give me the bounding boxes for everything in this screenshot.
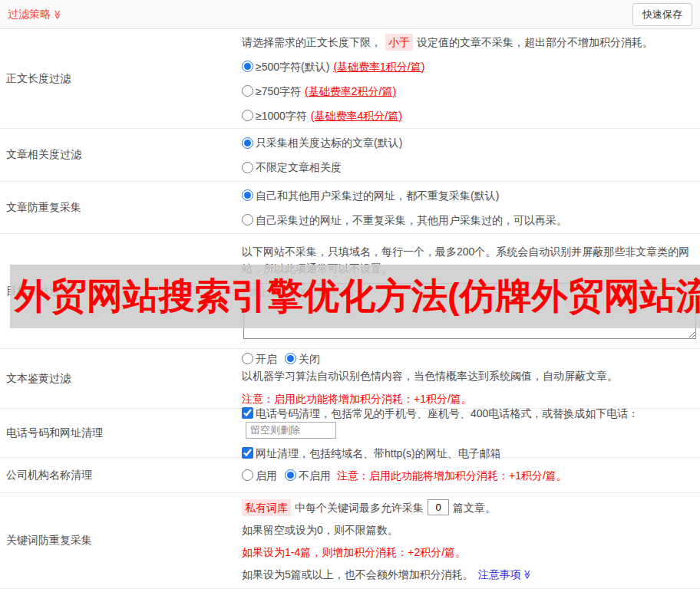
- radio-dedup-all-label: 自己和其他用户采集过的网址，都不重复采集(默认): [256, 187, 499, 204]
- option-row: 自己采集过的网址，不重复采集，其他用户采集过的，可以再采。: [242, 212, 694, 229]
- radio-dedup-all[interactable]: 自己和其他用户采集过的网址，都不重复采集(默认): [242, 187, 499, 204]
- quick-save-button[interactable]: 快速保存: [632, 3, 692, 26]
- option-row: ≥1000字符 (基础费率4积分/篇): [242, 107, 694, 124]
- radio-option-750[interactable]: ≥750字符: [242, 83, 301, 100]
- chevron-down-icon: ≫: [523, 569, 532, 579]
- row-dedup-filter: 文章防重复采集 自己和其他用户采集过的网址，都不重复采集(默认) 自己采集过的网…: [0, 182, 700, 234]
- site-filter-intro: 以下网站不采集，只填域名，每行一个，最多200个。系统会自动识别并屏蔽那些非文章…: [242, 243, 696, 277]
- radio-dedup-all-input[interactable]: [242, 189, 253, 201]
- keyword-limit-suffix: 篇文章。: [453, 499, 496, 516]
- fee-note-2: (基础费率2积分/篇): [305, 83, 396, 100]
- row-site-filter: 目标网站过滤 以下网站不采集，只填域名，每行一个，最多200个。系统会自动识别并…: [0, 234, 700, 349]
- radio-porn-off[interactable]: 关闭: [285, 350, 320, 367]
- porn-filter-desc: 以机器学习算法自动识别色情内容，当色情概率达到系统阈值，自动屏蔽文章。: [242, 367, 618, 384]
- notes-link-label: 注意事项: [478, 566, 521, 583]
- checkbox-phone-clean-input[interactable]: [242, 407, 253, 419]
- radio-company-off[interactable]: 不启用: [285, 467, 331, 484]
- option-row: ≥750字符 (基础费率2积分/篇): [242, 83, 694, 100]
- option-row: 不限定文章相关度: [242, 159, 694, 176]
- radio-500-input[interactable]: [242, 61, 253, 72]
- blocked-sites-textarea[interactable]: [243, 283, 696, 339]
- radio-dedup-own-input[interactable]: [242, 214, 253, 225]
- radio-1000-input[interactable]: [242, 110, 253, 121]
- row-label-company-clean: 公司机构名称清理: [0, 458, 234, 492]
- row-length-filter: 正文长度过滤 请选择需求的正文长度下限， 小于 设定值的文章不采集，超出部分不增…: [0, 29, 700, 129]
- radio-relevance-any-input[interactable]: [242, 162, 253, 173]
- page-title-label: 过滤策略: [8, 8, 51, 21]
- option-row: 启用 不启用 注意：启用此功能将增加积分消耗：+1积分/篇。: [242, 467, 694, 484]
- checkbox-url-clean-input[interactable]: [242, 447, 253, 459]
- keyword-count-input[interactable]: [428, 499, 449, 515]
- notes-link[interactable]: 注意事项 ≫: [478, 566, 533, 583]
- radio-porn-off-input[interactable]: [285, 353, 296, 364]
- radio-1000-label: ≥1000字符: [256, 107, 307, 124]
- keyword-note-zero: 如果留空或设为0，则不限篇数。: [242, 522, 694, 538]
- row-company-clean: 公司机构名称清理 启用 不启用 注意：启用此功能将增加积分消耗：+1积分/篇。: [0, 458, 700, 493]
- radio-750-input[interactable]: [242, 85, 253, 97]
- radio-porn-off-label: 关闭: [299, 350, 320, 367]
- checkbox-phone-clean[interactable]: 电话号码清理，包括常见的手机号、座机号、400电话格式，或替换成如下电话：: [242, 405, 639, 422]
- radio-relevance-strict[interactable]: 只采集相关度达标的文章(默认): [242, 134, 402, 151]
- radio-company-off-input[interactable]: [285, 469, 296, 481]
- row-label-keyword-dedup: 关键词防重复采集: [0, 493, 234, 588]
- fee-note-1: (基础费率1积分/篇): [333, 58, 424, 75]
- page-title[interactable]: 过滤策略 ≫: [8, 8, 63, 21]
- option-row: ≥500字符(默认) (基础费率1积分/篇): [242, 58, 694, 75]
- header-bar: 过滤策略 ≫ 快速保存: [0, 0, 700, 29]
- row-label-relevance-filter: 文章相关度过滤: [0, 129, 234, 181]
- radio-porn-on-input[interactable]: [242, 353, 253, 364]
- radio-750-label: ≥750字符: [256, 83, 301, 100]
- radio-option-1000[interactable]: ≥1000字符: [242, 107, 307, 124]
- radio-company-on-label: 启用: [256, 467, 277, 484]
- row-relevance-filter: 文章相关度过滤 只采集相关度达标的文章(默认) 不限定文章相关度: [0, 129, 700, 182]
- radio-company-off-label: 不启用: [299, 467, 331, 484]
- radio-porn-on-label: 开启: [256, 350, 277, 367]
- radio-relevance-strict-label: 只采集相关度达标的文章(默认): [256, 134, 402, 151]
- radio-dedup-own-label: 自己采集过的网址，不重复采集，其他用户采集过的，可以再采。: [256, 212, 567, 229]
- radio-company-on-input[interactable]: [242, 469, 253, 481]
- radio-500-label: ≥500字符(默认): [256, 58, 329, 75]
- row-label-length-filter: 正文长度过滤: [0, 29, 234, 128]
- intro-highlight: 小于: [385, 34, 413, 51]
- row-keyword-dedup: 关键词防重复采集 私有词库 中每个关键词最多允许采集 篇文章。 如果留空或设为0…: [0, 493, 700, 589]
- keyword-note-five-text: 如果设为5篇或以上，也不会额外增加积分消耗。: [242, 566, 474, 583]
- row-porn-filter: 文本鉴黄过滤 开启 关闭 以机器学习算法自动识别色情内容，当色情概率达到系统阈值…: [0, 349, 700, 409]
- keyword-limit-text: 中每个关键词最多允许采集: [295, 499, 424, 516]
- private-lexicon-badge: 私有词库: [242, 499, 291, 516]
- radio-relevance-any[interactable]: 不限定文章相关度: [242, 159, 342, 176]
- radio-relevance-any-label: 不限定文章相关度: [256, 159, 342, 176]
- option-row: 只采集相关度达标的文章(默认): [242, 134, 694, 151]
- radio-company-on[interactable]: 启用: [242, 467, 277, 484]
- replacement-phone-input[interactable]: [246, 422, 336, 439]
- chevron-down-icon: ≫: [53, 9, 62, 19]
- intro-post: 设定值的文章不采集，超出部分不增加积分消耗。: [417, 34, 653, 51]
- row-label-site-filter: 目标网站过滤: [0, 234, 234, 348]
- row-phone-url-clean: 电话号码和网址清理 电话号码清理，包括常见的手机号、座机号、400电话格式，或替…: [0, 409, 700, 458]
- radio-porn-on[interactable]: 开启: [242, 350, 277, 367]
- keyword-note-fee: 如果设为1-4篇，则增加积分消耗：+2积分/篇。: [242, 544, 694, 561]
- radio-relevance-strict-input[interactable]: [242, 137, 253, 149]
- radio-dedup-own[interactable]: 自己采集过的网址，不重复采集，其他用户采集过的，可以再采。: [242, 212, 567, 229]
- option-row: 电话号码清理，包括常见的手机号、座机号、400电话格式，或替换成如下电话：: [242, 405, 694, 439]
- option-row: 开启 关闭 以机器学习算法自动识别色情内容，当色情概率达到系统阈值，自动屏蔽文章…: [242, 350, 694, 384]
- radio-option-500[interactable]: ≥500字符(默认): [242, 58, 329, 75]
- length-filter-intro: 请选择需求的正文长度下限， 小于 设定值的文章不采集，超出部分不增加积分消耗。: [242, 34, 694, 51]
- row-label-phone-url-clean: 电话号码和网址清理: [0, 409, 234, 457]
- row-label-dedup-filter: 文章防重复采集: [0, 182, 234, 233]
- keyword-limit-line: 私有词库 中每个关键词最多允许采集 篇文章。: [242, 499, 694, 516]
- fee-note-3: (基础费率4积分/篇): [311, 107, 402, 124]
- intro-pre: 请选择需求的正文长度下限，: [242, 34, 381, 51]
- checkbox-phone-clean-label: 电话号码清理，包括常见的手机号、座机号、400电话格式，或替换成如下电话：: [256, 405, 639, 422]
- company-clean-note: 注意：启用此功能将增加积分消耗：+1积分/篇。: [337, 467, 567, 484]
- option-row: 自己和其他用户采集过的网址，都不重复采集(默认): [242, 187, 694, 204]
- row-label-porn-filter: 文本鉴黄过滤: [0, 349, 234, 408]
- keyword-note-five: 如果设为5篇或以上，也不会额外增加积分消耗。 注意事项 ≫: [242, 566, 694, 583]
